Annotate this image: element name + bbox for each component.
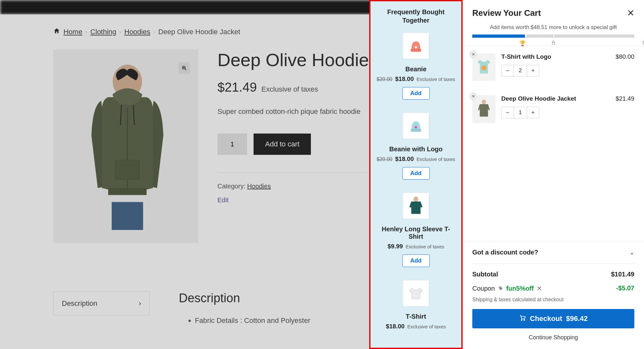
- close-icon[interactable]: ✕: [627, 8, 634, 18]
- add-to-cart-button[interactable]: Add to cart: [254, 134, 311, 155]
- hoodie-illustration: [71, 62, 180, 230]
- fbt-price: $18.00: [386, 323, 405, 330]
- fbt-thumb-henley[interactable]: [403, 193, 429, 219]
- svg-rect-16: [552, 42, 554, 44]
- cart-item-name: Deep Olive Hoodie Jacket: [501, 95, 610, 102]
- cart-item-thumb[interactable]: ✕: [472, 95, 495, 123]
- svg-rect-17: [643, 42, 644, 44]
- tab-label: Description: [62, 299, 97, 308]
- category-label: Category:: [217, 183, 247, 190]
- fbt-add-button[interactable]: Add: [402, 87, 430, 100]
- discount-toggle[interactable]: Got a discount code? ⌄: [472, 242, 634, 264]
- cart-item: ✕ T-Shirt with Logo − 2 + $80.00: [472, 46, 634, 88]
- breadcrumb-clothing[interactable]: Clothing: [90, 28, 116, 36]
- tag-icon: [498, 285, 505, 292]
- zoom-icon[interactable]: [178, 62, 190, 74]
- fbt-price-row: $20.00 $18.00 Exclusive of taxes: [375, 75, 457, 83]
- continue-shopping-link[interactable]: Continue Shopping: [472, 328, 634, 341]
- svg-point-15: [414, 196, 418, 202]
- checkout-total: $96.42: [566, 314, 588, 323]
- breadcrumb-hoodies[interactable]: Hoodies: [124, 28, 150, 36]
- fbt-price: $18.00: [395, 75, 414, 82]
- svg-rect-1: [108, 188, 147, 195]
- quantity-stepper: − 2 +: [501, 65, 539, 76]
- product-image[interactable]: [53, 49, 198, 243]
- fbt-name: T-Shirt: [375, 313, 457, 320]
- subtotal-label: Subtotal: [472, 271, 498, 278]
- trophy-icon: 🏆: [519, 40, 526, 46]
- lock-icon: [642, 40, 644, 46]
- qty-minus-button[interactable]: −: [502, 65, 514, 76]
- fbt-price: $9.99: [388, 243, 403, 250]
- fbt-price: $18.00: [395, 155, 414, 162]
- home-icon: [53, 27, 60, 36]
- fbt-old-price: $20.00: [377, 76, 392, 82]
- fbt-add-button[interactable]: Add: [402, 167, 430, 180]
- fbt-add-button[interactable]: Add: [402, 254, 430, 267]
- fbt-item: Beanie $20.00 $18.00 Exclusive of taxes …: [375, 33, 457, 100]
- qty-value: 2: [514, 65, 527, 76]
- unlock-text: Add items worth $48.51 more to unlock a …: [463, 24, 644, 35]
- fbt-price-row: $9.99 Exclusive of taxes: [375, 243, 457, 250]
- fbt-thumb-tshirt[interactable]: [403, 280, 429, 306]
- fbt-thumb-beanie-logo[interactable]: [403, 113, 429, 139]
- qty-minus-button[interactable]: −: [502, 107, 514, 118]
- frequently-bought-panel: Frequently Bought Together Beanie $20.00…: [369, 0, 463, 349]
- cart-item-thumb[interactable]: ✕: [472, 53, 495, 81]
- qty-value: 1: [514, 107, 527, 118]
- chevron-right-icon: ›: [139, 299, 141, 308]
- svg-rect-2: [112, 202, 143, 230]
- lock-icon: [551, 40, 556, 46]
- progress-bar: 🏆: [463, 35, 644, 46]
- breadcrumb-current: Deep Olive Hoodie Jacket: [158, 28, 240, 36]
- svg-point-18: [482, 65, 486, 70]
- fbt-old-price: $20.00: [377, 156, 392, 162]
- breadcrumb-sep: ›: [86, 29, 87, 35]
- cart-icon: [519, 314, 526, 323]
- checkout-label: Checkout: [530, 314, 562, 323]
- fbt-thumb-beanie[interactable]: [403, 33, 429, 59]
- svg-point-14: [415, 126, 417, 128]
- cart-item-price: $21.49: [616, 95, 634, 123]
- quantity-stepper: − 1 +: [501, 107, 539, 118]
- qty-plus-button[interactable]: +: [527, 65, 539, 76]
- shipping-note: Shipping & taxes calculated at checkout: [472, 297, 634, 303]
- chevron-down-icon: ⌄: [630, 249, 634, 256]
- tab-description[interactable]: Description ›: [53, 291, 150, 315]
- quantity-input[interactable]: [217, 134, 247, 155]
- remove-item-button[interactable]: ✕: [470, 51, 477, 58]
- breadcrumb-sep: ›: [120, 29, 121, 35]
- fbt-name: Beanie with Logo: [375, 145, 457, 153]
- fbt-tax: Exclusive of taxes: [417, 76, 455, 82]
- svg-line-8: [185, 69, 186, 70]
- svg-point-12: [415, 46, 417, 48]
- qty-plus-button[interactable]: +: [527, 107, 539, 118]
- subtotal-value: $101.49: [611, 271, 634, 278]
- cart-panel: Review Your Cart ✕ Add items worth $48.5…: [463, 0, 644, 349]
- description-heading: Description: [179, 291, 310, 305]
- svg-rect-11: [411, 49, 421, 52]
- fbt-item: Henley Long Sleeve T-Shirt $9.99 Exclusi…: [375, 193, 457, 267]
- fbt-tax: Exclusive of taxes: [406, 244, 444, 249]
- coupon-amount: -$5.07: [616, 284, 634, 292]
- fbt-title: Frequently Bought Together: [375, 8, 457, 25]
- coupon-code: fun5%off: [506, 285, 534, 292]
- coupon-line: Coupon fun5%off ✕: [472, 284, 542, 292]
- cart-item-price: $80.00: [616, 53, 634, 81]
- coupon-remove-button[interactable]: ✕: [537, 285, 542, 292]
- remove-item-button[interactable]: ✕: [470, 93, 477, 100]
- svg-point-21: [524, 320, 525, 321]
- breadcrumb-home[interactable]: Home: [63, 28, 82, 36]
- fbt-item: Beanie with Logo $20.00 $18.00 Exclusive…: [375, 113, 457, 180]
- category-link[interactable]: Hoodies: [247, 183, 271, 190]
- svg-rect-6: [115, 160, 140, 179]
- fbt-name: Beanie: [375, 65, 457, 73]
- svg-rect-13: [411, 129, 421, 132]
- checkout-button[interactable]: Checkout $96.42: [472, 309, 634, 328]
- svg-point-20: [521, 320, 522, 321]
- cart-item: ✕ Deep Olive Hoodie Jacket − 1 + $21.49: [472, 88, 634, 130]
- svg-point-19: [482, 100, 486, 105]
- fbt-price-row: $20.00 $18.00 Exclusive of taxes: [375, 155, 457, 163]
- cart-item-name: T-Shirt with Logo: [501, 53, 610, 60]
- tax-note: Exclusive of taxes: [261, 85, 318, 94]
